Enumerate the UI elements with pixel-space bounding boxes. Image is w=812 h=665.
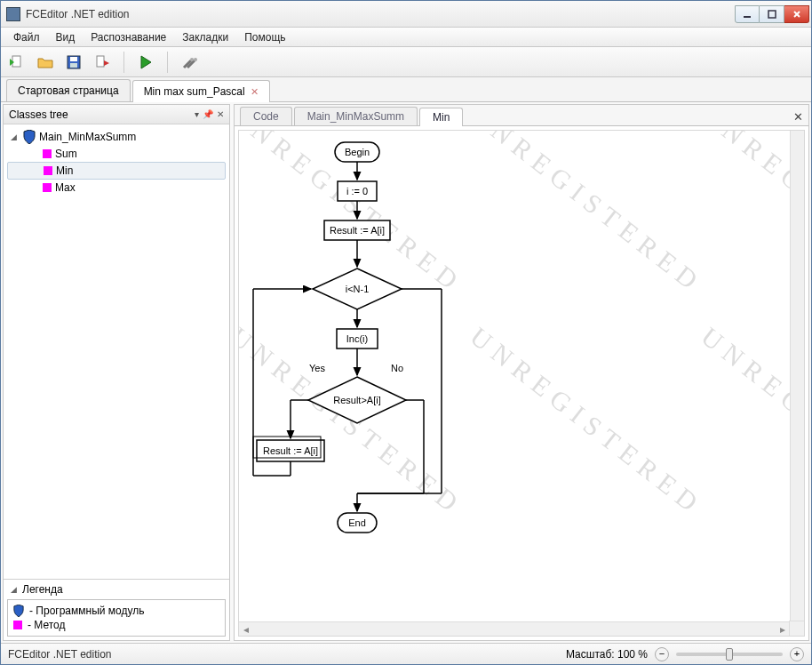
tab-main[interactable]: Main_MinMaxSumm [294, 107, 418, 125]
svg-text:Inc(i): Inc(i) [346, 333, 368, 344]
watermark-text: UNREGISTERED [696, 131, 804, 300]
menu-bookmarks[interactable]: Закладки [175, 29, 235, 45]
content-close-icon[interactable]: ✕ [793, 110, 803, 125]
watermark-text: UNREGISTERED [696, 321, 804, 521]
scroll-left-icon[interactable]: ◂ [239, 623, 253, 636]
tab-minmaxsum[interactable]: Min max sum_Pascal ✕ [132, 80, 270, 102]
tree-root-label: Main_MinMaxSumm [39, 131, 136, 143]
save-button[interactable] [63, 52, 84, 73]
menubar: Файл Вид Распознавание Закладки Помощь [1, 28, 811, 47]
sidebar-pin-icon[interactable]: 📌 [203, 109, 213, 119]
svg-marker-10 [104, 60, 109, 66]
svg-text:Result := A[i]: Result := A[i] [330, 225, 385, 236]
settings-button[interactable] [179, 52, 200, 73]
vertical-scrollbar[interactable] [790, 131, 804, 621]
content-pane: Code Main_MinMaxSumm Min ✕ UNREGISTERED … [234, 104, 809, 641]
window-buttons [735, 5, 809, 23]
sidebar-dropdown-icon[interactable]: ▾ [195, 109, 199, 119]
svg-marker-11 [141, 56, 151, 68]
zoom-slider[interactable] [676, 653, 783, 656]
svg-rect-1 [768, 11, 776, 18]
tab-label: Стартовая страница [18, 84, 119, 97]
menu-help[interactable]: Помощь [237, 29, 292, 45]
export-button[interactable] [92, 52, 113, 73]
tree-item-label: Max [55, 181, 76, 194]
zoom-controls: Масштаб: 100 % − + [566, 647, 804, 661]
menu-view[interactable]: Вид [49, 29, 83, 45]
document-tabs: Стартовая страница Min max sum_Pascal ✕ [1, 77, 811, 102]
tree-item-label: Min [56, 164, 73, 177]
scroll-right-icon[interactable]: ▸ [776, 623, 790, 636]
window-title: FCEditor .NET edition [26, 8, 735, 20]
flowchart-canvas[interactable]: UNREGISTERED UNREGISTERED UNREGISTERED U… [238, 130, 805, 637]
svg-point-15 [194, 58, 197, 61]
zoom-thumb[interactable] [726, 648, 733, 661]
svg-text:Begin: Begin [345, 147, 370, 157]
svg-rect-7 [70, 57, 77, 61]
tab-label: Main_MinMaxSumm [307, 110, 404, 123]
horizontal-scrollbar[interactable]: ◂ ▸ [239, 621, 790, 636]
zoom-label: Масштаб: 100 % [566, 648, 648, 661]
flowchart: Begin i := 0 Result := A[i] i<N-1 Inc(i) [246, 138, 495, 565]
sidebar: Classes tree ▾ 📌 ✕ ◢ Main_MinMaxSumm Sum… [3, 104, 230, 641]
module-icon [23, 130, 36, 144]
watermark-text: UNREGISTERED [465, 321, 709, 521]
maximize-button[interactable] [760, 5, 784, 23]
svg-text:Result>A[i]: Result>A[i] [333, 395, 381, 405]
toolbar-separator [167, 52, 168, 73]
svg-text:i := 0: i := 0 [346, 186, 368, 196]
menu-recognition[interactable]: Распознавание [84, 29, 173, 45]
svg-text:Result := A[i]: Result := A[i] [263, 445, 318, 456]
tab-min[interactable]: Min [419, 108, 463, 126]
svg-point-14 [190, 58, 194, 61]
zoom-in-button[interactable]: + [790, 647, 804, 661]
svg-text:No: No [391, 363, 403, 373]
legend-text: - Метод [28, 619, 66, 631]
svg-rect-9 [97, 56, 104, 67]
app-icon [6, 7, 20, 21]
svg-rect-4 [12, 56, 20, 67]
legend-row: - Программный модуль [13, 604, 219, 618]
method-icon [43, 183, 52, 192]
watermark-text: UNREGISTERED [465, 131, 709, 300]
tree-root[interactable]: ◢ Main_MinMaxSumm [7, 128, 226, 146]
open-folder-button[interactable] [35, 52, 56, 73]
svg-text:Yes: Yes [309, 363, 325, 373]
run-button[interactable] [135, 52, 156, 73]
sidebar-title: Classes tree [9, 108, 191, 121]
svg-text:i<N-1: i<N-1 [346, 284, 370, 294]
zoom-out-button[interactable]: − [655, 647, 669, 661]
legend-title: Легенда [22, 583, 63, 596]
legend: ◢ Легенда - Программный модуль - Метод [4, 579, 229, 640]
method-icon [13, 621, 22, 629]
sidebar-close-icon[interactable]: ✕ [217, 109, 224, 119]
legend-text: - Программный модуль [29, 605, 144, 617]
legend-header[interactable]: ◢ Легенда [4, 580, 229, 599]
new-file-button[interactable] [6, 52, 28, 73]
titlebar: FCEditor .NET edition [1, 1, 811, 28]
legend-row: - Метод [13, 618, 219, 632]
expand-icon: ◢ [11, 585, 17, 594]
module-icon [13, 605, 24, 617]
close-button[interactable] [784, 5, 809, 23]
tab-start-page[interactable]: Стартовая страница [6, 79, 131, 101]
sidebar-header: Classes tree ▾ 📌 ✕ [4, 105, 229, 124]
collapse-icon[interactable]: ◢ [11, 132, 20, 141]
tab-close-icon[interactable]: ✕ [251, 86, 259, 98]
tree-item-sum[interactable]: Sum [7, 146, 226, 162]
tab-label: Min max sum_Pascal [144, 85, 245, 98]
tab-code[interactable]: Code [240, 107, 292, 125]
svg-text:End: End [348, 517, 366, 528]
minimize-button[interactable] [735, 5, 760, 23]
main-area: Classes tree ▾ 📌 ✕ ◢ Main_MinMaxSumm Sum… [1, 102, 811, 643]
tab-label: Code [253, 110, 279, 123]
menu-file[interactable]: Файл [6, 29, 47, 45]
tree-item-min[interactable]: Min [7, 162, 226, 180]
legend-body: - Программный модуль - Метод [7, 599, 226, 637]
statusbar: FCEditor .NET edition Масштаб: 100 % − + [1, 643, 811, 664]
tree-item-max[interactable]: Max [7, 180, 226, 196]
status-text: FCEditor .NET edition [8, 648, 557, 661]
tree-item-label: Sum [55, 148, 77, 160]
tab-label: Min [433, 111, 450, 124]
classes-tree: ◢ Main_MinMaxSumm Sum Min Max [4, 124, 229, 579]
